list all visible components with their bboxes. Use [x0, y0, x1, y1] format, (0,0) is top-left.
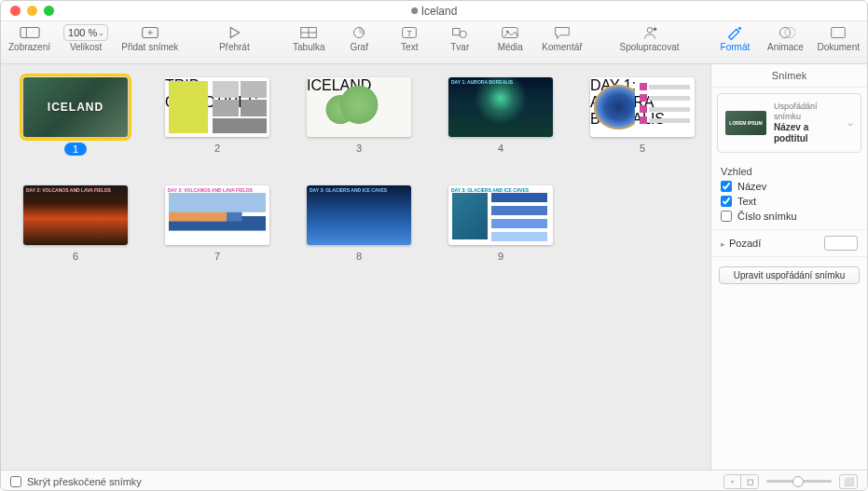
- format-icon: [724, 24, 745, 41]
- svg-point-17: [653, 28, 656, 32]
- chart-icon: [349, 24, 369, 41]
- slide-caption-text: DAY 3: GLACIERS AND ICE CAVES: [451, 187, 529, 193]
- text-checkbox-label: Text: [737, 196, 756, 207]
- window-controls: [1, 6, 54, 16]
- view-label: Zobrazení: [8, 42, 50, 52]
- slide-caption-text: TRIP OBJECTIVES: [165, 77, 269, 111]
- slide-number-label: 5: [640, 143, 645, 154]
- slide-thumbnail-image[interactable]: DAY 2: VOLCANOS AND LAVA FIELDS: [23, 185, 128, 245]
- toolbar: Zobrazení 100 %⌵ Velikost Přidat snímek …: [1, 21, 867, 64]
- thumbnail-zoom-slider[interactable]: [766, 480, 832, 483]
- disclosure-icon: ▸: [721, 239, 725, 249]
- svg-rect-19: [832, 28, 846, 38]
- slide-thumbnail-image[interactable]: DAY 1: AURORA BOREALIS: [590, 77, 695, 137]
- appearance-header: Vzhled: [711, 162, 867, 179]
- slide-thumbnail-image[interactable]: DAY 1: AURORA BOREALIS: [448, 77, 553, 137]
- background-label: Pozadí: [729, 238, 761, 249]
- media-button[interactable]: Média: [491, 24, 529, 52]
- animate-icon: [775, 24, 795, 41]
- hide-skipped-checkbox[interactable]: [10, 476, 21, 487]
- add-slide-button[interactable]: Přidat snímek: [121, 24, 178, 52]
- slide-number-checkbox[interactable]: [721, 211, 732, 222]
- edit-layout-button[interactable]: Upravit uspořádání snímku: [719, 266, 860, 284]
- slide-number-label: 9: [498, 251, 503, 262]
- thumb-medium-icon[interactable]: ◻: [741, 475, 758, 488]
- document-tab[interactable]: Dokument: [817, 24, 860, 52]
- add-slide-label: Přidat snímek: [121, 42, 178, 52]
- slide-number-checkbox-row[interactable]: Číslo snímku: [721, 209, 858, 224]
- zoom-value: 100 %⌵: [63, 24, 108, 41]
- thumb-large-icon[interactable]: ⬜: [840, 475, 857, 488]
- slide-caption-text: DAY 1: AURORA BOREALIS: [451, 79, 513, 85]
- slide-number-label: 2: [214, 143, 220, 154]
- collaborate-icon: [640, 24, 660, 41]
- slide-thumbnail-image[interactable]: DAY 2: VOLCANOS AND LAVA FIELDS: [165, 185, 269, 245]
- text-icon: T: [399, 24, 420, 41]
- slide-thumbnail-image[interactable]: TRIP OBJECTIVES: [165, 77, 269, 137]
- bottom-bar: Skrýt přeskočené snímky ▫ ◻ ⬜: [1, 470, 867, 491]
- slide-number-label: 8: [356, 251, 362, 262]
- thumbnail-size-switcher-large[interactable]: ⬜: [839, 474, 858, 489]
- light-table-canvas[interactable]: ICELAND1TRIP OBJECTIVES2ICELAND3DAY 1: A…: [1, 64, 710, 470]
- slide-thumbnail[interactable]: DAY 2: VOLCANOS AND LAVA FIELDS7: [165, 185, 269, 262]
- media-icon: [500, 24, 520, 41]
- zoom-menu[interactable]: 100 %⌵ Velikost: [63, 24, 108, 52]
- slide-thumbnail[interactable]: ICELAND3: [307, 77, 411, 156]
- slide-thumbnail[interactable]: DAY 1: AURORA BOREALIS4: [448, 77, 553, 156]
- slide-caption-text: DAY 1: AURORA BOREALIS: [590, 77, 695, 128]
- slide-thumbnail-image[interactable]: DAY 3: GLACIERS AND ICE CAVES: [448, 185, 553, 245]
- hide-skipped-checkbox-row[interactable]: Skrýt přeskočené snímky: [10, 476, 142, 487]
- close-window-button[interactable]: [10, 6, 21, 16]
- slide-number-label: 7: [214, 251, 220, 262]
- slide-thumbnail-image[interactable]: DAY 3: GLACIERS AND ICE CAVES: [307, 185, 411, 245]
- play-icon: [224, 24, 244, 41]
- minimize-window-button[interactable]: [27, 6, 37, 16]
- comment-button[interactable]: Komentář: [542, 24, 582, 52]
- shape-button[interactable]: Tvar: [441, 24, 478, 52]
- format-tab[interactable]: Formát: [716, 24, 753, 52]
- text-button[interactable]: T Text: [391, 24, 428, 52]
- text-checkbox-row[interactable]: Text: [721, 194, 858, 209]
- slide-layout-popup[interactable]: LOREM IPSUM Uspořádání snímku Název a po…: [717, 93, 861, 153]
- background-color-well[interactable]: [824, 236, 858, 251]
- svg-rect-12: [453, 28, 460, 34]
- document-icon: [828, 24, 848, 41]
- slide-thumbnail[interactable]: DAY 3: GLACIERS AND ICE CAVES8: [307, 185, 411, 262]
- zoom-window-button[interactable]: [44, 6, 54, 16]
- slide-thumbnail-image[interactable]: ICELAND: [307, 77, 411, 137]
- slide-thumbnail[interactable]: ICELAND1: [23, 77, 128, 156]
- shape-icon: [449, 24, 470, 41]
- title-checkbox[interactable]: [721, 181, 732, 192]
- document-title: Iceland: [411, 5, 458, 18]
- slide-number-label: 4: [498, 143, 503, 154]
- slide-caption-text: DAY 3: GLACIERS AND ICE CAVES: [310, 187, 387, 193]
- format-inspector: Snímek LOREM IPSUM Uspořádání snímku Náz…: [710, 64, 867, 470]
- slide-thumbnail[interactable]: DAY 2: VOLCANOS AND LAVA FIELDS6: [23, 185, 128, 262]
- zoom-label: Velikost: [70, 42, 102, 52]
- chart-button[interactable]: Graf: [340, 24, 378, 52]
- table-icon: [298, 24, 319, 41]
- thumbnail-size-switcher[interactable]: ▫ ◻: [723, 474, 759, 489]
- view-button[interactable]: Zobrazení: [8, 24, 50, 52]
- collaborate-button[interactable]: Spolupracovat: [620, 24, 680, 52]
- slide-title-text: ICELAND: [48, 101, 103, 114]
- animate-tab[interactable]: Animace: [766, 24, 804, 52]
- thumb-small-icon[interactable]: ▫: [724, 475, 741, 488]
- slide-thumbnail[interactable]: TRIP OBJECTIVES2: [165, 77, 269, 156]
- svg-marker-5: [231, 28, 240, 38]
- background-row[interactable]: ▸Pozadí: [711, 229, 867, 257]
- layout-info: Uspořádání snímku Název a podtitul: [774, 102, 840, 144]
- slide-thumbnail-image[interactable]: ICELAND: [23, 77, 128, 137]
- slide-number-label: 1: [64, 143, 87, 156]
- table-button[interactable]: Tabulka: [290, 24, 327, 52]
- hide-skipped-label: Skrýt přeskočené snímky: [27, 476, 142, 487]
- title-checkbox-row[interactable]: Název: [721, 179, 858, 194]
- slide-thumbnail[interactable]: DAY 3: GLACIERS AND ICE CAVES9: [448, 185, 553, 262]
- play-button[interactable]: Přehrát: [215, 24, 253, 52]
- document-title-text: Iceland: [421, 5, 458, 18]
- svg-point-16: [647, 28, 653, 34]
- text-checkbox[interactable]: [721, 196, 732, 207]
- layout-thumbnail: LOREM IPSUM: [725, 111, 766, 135]
- window-titlebar: Iceland: [1, 1, 867, 21]
- slide-thumbnail[interactable]: DAY 1: AURORA BOREALIS5: [590, 77, 695, 156]
